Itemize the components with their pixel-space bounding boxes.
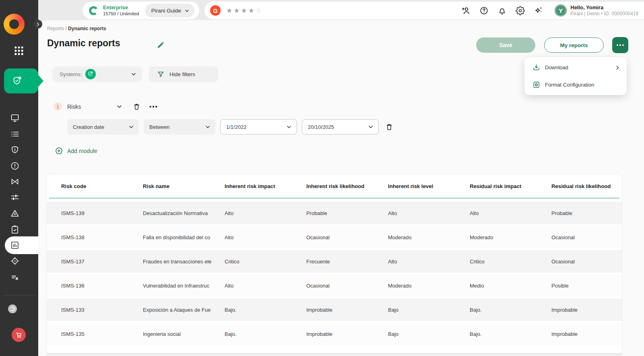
condition-field-dropdown[interactable]: Creation date bbox=[67, 119, 139, 135]
cell: Vulnerabilidad en Infraestruc bbox=[143, 283, 225, 289]
module-more-options-icon[interactable]: ••• bbox=[149, 103, 158, 110]
rating-bar: G ★★★★☆ bbox=[204, 2, 644, 19]
star-rating[interactable]: ★★★★☆ bbox=[226, 6, 263, 15]
table-row[interactable]: ISMS-133Exposición a Ataques de FueBajo.… bbox=[47, 298, 622, 321]
date-from-value: 1/1/2022 bbox=[226, 124, 247, 130]
edit-title-pencil-icon[interactable] bbox=[156, 41, 165, 50]
bar-chart-reports-icon bbox=[10, 240, 20, 250]
user-avatar: Y bbox=[555, 4, 567, 17]
help-bubble-icon[interactable] bbox=[8, 304, 17, 313]
cell: ISMS-135 bbox=[61, 331, 143, 337]
table-row[interactable]: ISMS-139Desactualización NormativaAltoPr… bbox=[47, 202, 622, 224]
bell-icon[interactable] bbox=[497, 6, 507, 15]
condition-operator-dropdown[interactable]: Between bbox=[144, 119, 215, 135]
cell: Desactualización Normativa bbox=[143, 210, 225, 216]
cell: Bajo. bbox=[470, 307, 551, 313]
cell: ISMS-136 bbox=[61, 283, 143, 289]
breadcrumb[interactable]: Reports / Dynamic reports bbox=[47, 26, 106, 31]
sidebar-divider bbox=[3, 295, 35, 296]
cell: Probable bbox=[551, 210, 622, 216]
add-module-button[interactable]: Add module bbox=[55, 147, 97, 155]
sidebar-item-checklist-x[interactable] bbox=[10, 272, 20, 282]
sidebar-item-target[interactable] bbox=[10, 256, 20, 266]
star-filled-icon: ★ bbox=[248, 7, 256, 14]
cell: Probable bbox=[306, 210, 388, 216]
sidebar-expand-button[interactable] bbox=[33, 20, 42, 29]
delete-module-trash-icon[interactable] bbox=[133, 103, 140, 110]
sidebar-active-module-tab[interactable] bbox=[4, 68, 38, 93]
cell: Moderado bbox=[388, 283, 470, 289]
more-options-button[interactable] bbox=[612, 37, 628, 53]
cell: Alto bbox=[225, 234, 306, 240]
table-row[interactable]: ISMS-138Falla en disponibilidad del coAl… bbox=[47, 226, 622, 248]
sidebar-item-monitor[interactable] bbox=[10, 113, 20, 123]
cell: Medio bbox=[470, 283, 551, 289]
cell: ISMS-137 bbox=[61, 259, 143, 265]
cell: Critico bbox=[470, 259, 551, 265]
cell: Falla en disponibilidad del co bbox=[143, 234, 225, 240]
sidebar-item-alert-circle[interactable] bbox=[10, 161, 20, 171]
cell: Bajo. bbox=[225, 307, 306, 313]
breadcrumb-parent[interactable]: Reports bbox=[47, 26, 64, 31]
download-icon bbox=[533, 64, 540, 71]
cell: Bajo bbox=[388, 307, 470, 313]
table-row[interactable]: ISMS-137Fraudes en transacciones eleCrit… bbox=[47, 250, 622, 273]
my-reports-button[interactable]: My reports bbox=[544, 37, 604, 53]
chevron-right-icon bbox=[615, 65, 620, 70]
top-bar: Enterprise 15750 / Unlimited Pirani Guid… bbox=[38, 0, 644, 20]
hide-filters-button[interactable]: Hide filters bbox=[149, 66, 218, 82]
pirani-guide-label: Pirani Guide bbox=[151, 8, 181, 14]
delete-condition-trash-icon[interactable] bbox=[385, 123, 393, 131]
sidebar-item-process-list[interactable] bbox=[10, 129, 20, 139]
sidebar-item-clipboard-check[interactable] bbox=[10, 225, 20, 234]
cell: Improbable bbox=[306, 307, 388, 313]
cell: Ingenieria social bbox=[143, 331, 225, 337]
add-user-icon[interactable] bbox=[461, 6, 471, 15]
star-filled-icon: ★ bbox=[241, 7, 248, 14]
user-menu[interactable]: Y Hello, Yomira Pirani | Demo • ID: 0000… bbox=[555, 4, 638, 17]
add-module-label: Add module bbox=[67, 148, 97, 154]
cell: Alto bbox=[225, 283, 306, 289]
chevron-down-icon bbox=[131, 71, 136, 77]
chevron-down-icon bbox=[286, 124, 292, 130]
star-empty-icon: ☆ bbox=[256, 7, 263, 14]
cell: Ocasional bbox=[306, 283, 388, 289]
cell: Alto bbox=[225, 210, 306, 216]
apps-grid-icon[interactable] bbox=[13, 45, 25, 56]
save-button[interactable]: Save bbox=[476, 37, 535, 53]
shield-check-system-icon bbox=[85, 69, 96, 79]
sidebar bbox=[0, 0, 38, 356]
cart-button[interactable] bbox=[12, 328, 26, 342]
partial-next-row bbox=[47, 353, 622, 356]
plan-usage: 15750 / Unlimited bbox=[103, 11, 139, 17]
pirani-guide-button[interactable]: Pirani Guide bbox=[145, 4, 194, 17]
column-header: Inherent risk likelihood bbox=[306, 183, 388, 189]
star-filled-icon: ★ bbox=[226, 7, 233, 14]
chevron-down-icon[interactable] bbox=[116, 103, 122, 110]
table-row[interactable]: ISMS-135Ingenieria socialBajo.Improbable… bbox=[47, 323, 622, 345]
sidebar-item-hazard[interactable] bbox=[10, 209, 20, 218]
menu-item-format-configuration[interactable]: Format Configuration bbox=[524, 76, 627, 93]
sidebar-item-bowtie[interactable] bbox=[10, 177, 20, 186]
sidebar-item-shield-info[interactable] bbox=[10, 145, 20, 155]
module-name-dropdown[interactable]: Risks bbox=[67, 103, 116, 110]
menu-item-label: Format Configuration bbox=[545, 82, 594, 88]
chevron-down-icon bbox=[184, 8, 190, 13]
chevron-down-icon bbox=[368, 124, 374, 130]
sidebar-item-sliders[interactable] bbox=[10, 192, 20, 202]
menu-item-download[interactable]: Download bbox=[524, 59, 627, 76]
systems-filter-dropdown[interactable]: Systems: bbox=[52, 66, 142, 82]
column-header: Residual risk likelihood bbox=[551, 183, 622, 189]
table-row[interactable]: ISMS-136Vulnerabilidad en InfraestrucAlt… bbox=[47, 274, 622, 297]
g2-logo-icon[interactable]: G bbox=[210, 5, 221, 16]
gear-icon[interactable] bbox=[516, 6, 525, 15]
cell: ISMS-139 bbox=[61, 210, 143, 216]
sparkles-ai-icon[interactable] bbox=[534, 6, 543, 15]
condition-date-to-dropdown[interactable]: 20/10/2025 bbox=[302, 119, 379, 135]
app-window: Enterprise 15750 / Unlimited Pirani Guid… bbox=[0, 0, 644, 356]
pirani-logo[interactable] bbox=[4, 14, 25, 35]
help-icon[interactable] bbox=[479, 6, 489, 15]
chevron-down-icon bbox=[128, 124, 134, 130]
condition-date-from-dropdown[interactable]: 1/1/2022 bbox=[220, 119, 297, 135]
cell: Ocasional bbox=[306, 234, 388, 240]
